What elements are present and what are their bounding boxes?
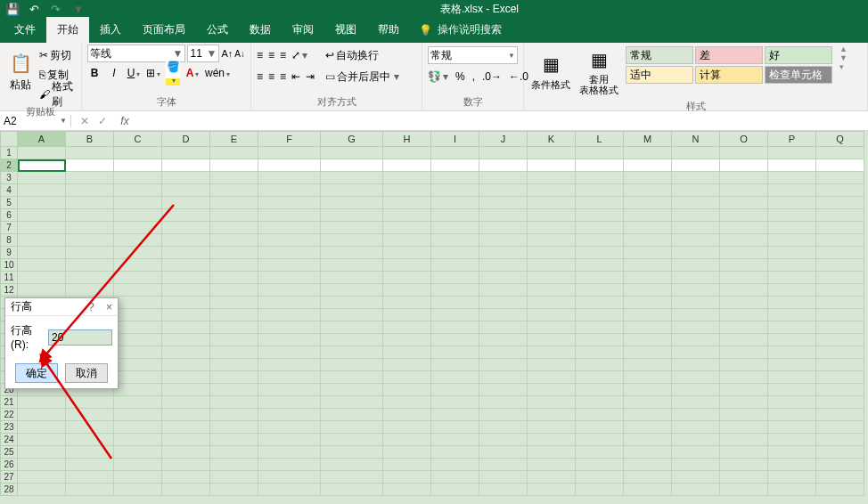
cell[interactable] [720,321,768,334]
cell[interactable] [528,297,576,309]
fx-icon[interactable]: fx [116,115,134,127]
row-header[interactable]: 26 [0,459,18,471]
cell[interactable] [210,346,258,359]
cell[interactable] [576,272,624,284]
cell[interactable] [816,247,864,259]
cell[interactable] [210,147,258,159]
cell[interactable] [383,409,431,421]
cell[interactable] [768,172,816,184]
style-neutral[interactable]: 适中 [626,66,693,84]
cell[interactable] [210,371,258,384]
cell[interactable] [258,334,321,346]
cell[interactable] [321,371,383,384]
cell[interactable] [66,209,114,222]
cell[interactable] [576,359,624,371]
cell[interactable] [210,396,258,409]
cell[interactable] [479,209,528,222]
cell[interactable] [479,396,528,409]
cell[interactable] [479,384,528,396]
align-center-icon[interactable]: ≡ [268,70,274,83]
cell[interactable] [672,297,720,309]
row-header[interactable]: 11 [0,272,18,284]
percent-icon[interactable]: % [455,70,465,83]
cell[interactable] [114,147,162,159]
cell[interactable] [720,421,768,434]
cell[interactable] [66,434,114,446]
cell[interactable] [210,159,258,172]
cell[interactable] [431,396,479,409]
col-header[interactable]: P [768,131,816,147]
cell[interactable] [66,222,114,234]
orientation-icon[interactable]: ⤢▾ [291,49,307,61]
tab-公式[interactable]: 公式 [196,17,239,43]
cell[interactable] [321,147,383,159]
cell[interactable] [768,459,816,471]
cell[interactable] [321,297,383,309]
tell-me[interactable]: 💡操作说明搜索 [410,17,511,43]
cell[interactable] [576,346,624,359]
cell[interactable] [66,184,114,197]
cell[interactable] [672,384,720,396]
cell[interactable] [479,359,528,371]
cell[interactable] [672,222,720,234]
cell[interactable] [816,197,864,209]
col-header[interactable]: F [258,131,321,147]
cell[interactable] [768,471,816,484]
cell[interactable] [66,147,114,159]
cell[interactable] [114,459,162,471]
cells[interactable] [18,147,864,496]
row-height-input[interactable] [48,329,112,345]
cell[interactable] [576,247,624,259]
cell[interactable] [18,421,66,434]
cell[interactable] [528,371,576,384]
cell[interactable] [479,459,528,471]
cell[interactable] [720,409,768,421]
cell[interactable] [431,346,479,359]
cell[interactable] [816,172,864,184]
cell[interactable] [431,284,479,297]
style-normal[interactable]: 常规 [626,46,693,64]
cell[interactable] [479,309,528,321]
cell[interactable] [576,334,624,346]
cell[interactable] [768,309,816,321]
cell[interactable] [383,197,431,209]
cell[interactable] [431,272,479,284]
cell[interactable] [18,409,66,421]
cell[interactable] [768,409,816,421]
cell[interactable] [18,259,66,272]
col-header[interactable]: H [383,131,431,147]
cell[interactable] [720,209,768,222]
cell[interactable] [479,371,528,384]
align-right-icon[interactable]: ≡ [280,70,286,83]
cell[interactable] [210,297,258,309]
cell[interactable] [768,434,816,446]
cell[interactable] [383,459,431,471]
cell[interactable] [114,321,162,334]
cell[interactable] [321,434,383,446]
tab-插入[interactable]: 插入 [89,17,132,43]
row-header[interactable]: 22 [0,409,18,421]
cell[interactable] [479,247,528,259]
cell[interactable] [258,184,321,197]
cell[interactable] [576,259,624,272]
cell[interactable] [720,184,768,197]
cell[interactable] [162,259,210,272]
cell[interactable] [479,434,528,446]
cell[interactable] [768,297,816,309]
style-good[interactable]: 好 [765,46,832,64]
row-header[interactable]: 10 [0,259,18,272]
cell[interactable] [162,197,210,209]
cell[interactable] [816,184,864,197]
cell[interactable] [18,446,66,459]
cell[interactable] [321,409,383,421]
cell[interactable] [210,309,258,321]
cell[interactable] [528,284,576,297]
cell[interactable] [528,446,576,459]
cell[interactable] [816,409,864,421]
cell[interactable] [768,222,816,234]
cell[interactable] [321,259,383,272]
cell[interactable] [672,321,720,334]
cell[interactable] [162,371,210,384]
conditional-format-button[interactable]: ▦ 条件格式 [529,45,572,98]
cell[interactable] [18,159,66,172]
